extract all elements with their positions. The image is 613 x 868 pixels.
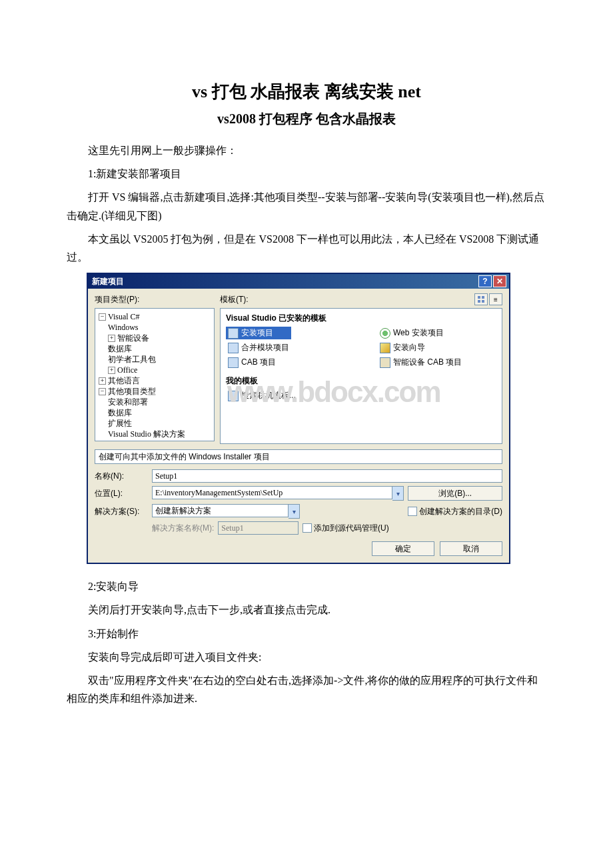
checkbox-icon	[303, 523, 312, 533]
solution-label: 解决方案(S):	[95, 506, 148, 517]
create-directory-checkbox[interactable]: 创建解决方案的目录(D)	[408, 506, 502, 517]
solution-name-input: Setup1	[218, 521, 299, 535]
ok-button[interactable]: 确定	[372, 541, 434, 556]
installer-icon	[228, 357, 239, 368]
template-web-setup[interactable]: Web 安装项目	[378, 327, 464, 339]
my-templates-header: 我的模板	[226, 375, 496, 387]
template-smart-cab[interactable]: 智能设备 CAB 项目	[378, 356, 464, 369]
template-setup-wizard[interactable]: 安装向导	[378, 341, 464, 354]
tree-item[interactable]: 智能设备	[117, 333, 149, 343]
location-input[interactable]: E:\inventoryManagementSystem\SetUp	[152, 486, 392, 499]
tree-expander-icon[interactable]: +	[108, 367, 115, 374]
checkbox-icon	[408, 507, 417, 516]
name-input[interactable]: Setup1	[152, 469, 502, 483]
location-label: 位置(L):	[95, 488, 148, 499]
tree-item[interactable]: 扩展性	[108, 419, 132, 428]
cancel-button[interactable]: 取消	[440, 541, 502, 556]
name-label: 名称(N):	[95, 471, 148, 482]
globe-icon	[380, 328, 390, 339]
template-search-online[interactable]: 搜索联机模板...	[226, 389, 496, 402]
template-description: 创建可向其中添加文件的 Windows Installer 项目	[95, 449, 502, 464]
help-button[interactable]: ?	[478, 275, 492, 287]
browse-button[interactable]: 浏览(B)...	[408, 486, 502, 501]
tree-item[interactable]: 数据库	[108, 344, 132, 353]
small-icons-button[interactable]: ≡	[489, 293, 502, 305]
new-project-dialog: 新建项目 ? ✕ 项目类型(P): −Visual C#	[87, 273, 510, 564]
body-text: 3:开始制作	[67, 625, 546, 643]
body-text: 1:新建安装部署项目	[67, 165, 546, 183]
tree-expander-icon[interactable]: +	[108, 335, 115, 342]
installer-icon	[228, 343, 239, 353]
large-icons-button[interactable]	[474, 293, 488, 305]
search-icon	[228, 391, 239, 401]
body-text: 本文虽以 VS2005 打包为例，但是在 VS2008 下一样也可以用此法，本人…	[67, 230, 546, 266]
template-merge-module[interactable]: 合并模块项目	[226, 341, 291, 354]
tree-item[interactable]: 其他语言	[108, 376, 140, 385]
tree-item[interactable]: Windows	[108, 323, 139, 332]
solution-dropdown-icon[interactable]: ▾	[289, 504, 300, 519]
add-to-scm-checkbox[interactable]: 添加到源代码管理(U)	[303, 523, 502, 534]
project-types-tree[interactable]: −Visual C# Windows +智能设备 数据库 初学者工具包 +Off…	[95, 308, 215, 441]
device-icon	[380, 357, 390, 368]
body-text: 双击"应用程序文件夹"在右边的空白处右击,选择添加->文件,将你的做的应用程序的…	[67, 671, 546, 707]
location-dropdown-icon[interactable]: ▾	[392, 486, 404, 501]
tree-expander-icon[interactable]: −	[99, 313, 106, 321]
tree-item[interactable]: Visual C#	[108, 312, 140, 321]
tree-item[interactable]: 其他项目类型	[108, 387, 156, 396]
body-text: 打开 VS 编辑器,点击新建项目,选择:其他项目类型--安装与部署--安装向导(…	[67, 188, 546, 224]
installer-icon	[228, 328, 239, 339]
tree-expander-icon[interactable]: −	[99, 388, 106, 395]
close-button[interactable]: ✕	[493, 275, 506, 287]
templates-panel: Visual Studio 已安装的模板 安装项目 合并模块项目 CAB 项目 …	[220, 308, 502, 444]
body-text: 关闭后打开安装向导,点击下一步,或者直接点击完成.	[67, 601, 546, 619]
dialog-title: 新建项目	[92, 276, 477, 287]
tree-item[interactable]: 数据库	[108, 408, 132, 417]
page-title: vs 打包 水晶报表 离线安装 net	[67, 80, 546, 103]
project-types-label: 项目类型(P):	[95, 294, 139, 305]
tree-item[interactable]: Visual Studio 解决方案	[108, 429, 185, 439]
body-text: 安装向导完成后即可进入项目文件夹:	[67, 648, 546, 666]
page-subtitle: vs2008 打包程序 包含水晶报表	[67, 110, 546, 128]
tree-item[interactable]: 初学者工具包	[108, 355, 156, 364]
tree-item[interactable]: Office	[117, 365, 137, 375]
templates-label: 模板(T):	[220, 294, 249, 305]
wizard-icon	[380, 343, 390, 353]
template-setup-project[interactable]: 安装项目	[226, 327, 291, 339]
installed-templates-header: Visual Studio 已安装的模板	[226, 313, 496, 324]
tree-item[interactable]: 安装和部署	[108, 397, 148, 407]
solution-select[interactable]: 创建新解决方案	[152, 504, 289, 517]
solution-name-label: 解决方案名称(M):	[152, 523, 214, 534]
tree-expander-icon[interactable]: +	[99, 377, 106, 385]
dialog-titlebar: 新建项目 ? ✕	[88, 274, 509, 289]
body-text: 这里先引用网上一般步骤操作：	[67, 141, 546, 159]
body-text: 2:安装向导	[67, 577, 546, 595]
template-cab-project[interactable]: CAB 项目	[226, 356, 291, 369]
